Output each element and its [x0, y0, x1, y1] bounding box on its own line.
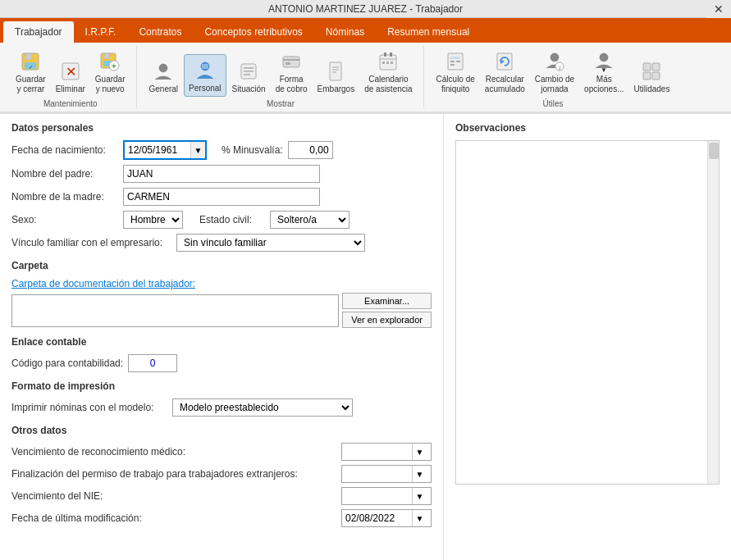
- situacion-button[interactable]: Situación: [228, 56, 270, 97]
- svg-rect-21: [330, 62, 341, 80]
- general-label: General: [149, 84, 179, 94]
- observaciones-scrollbar[interactable]: [707, 141, 719, 484]
- nie-row: Vencimiento del NIE: ▼: [11, 487, 432, 505]
- reconocimiento-medico-label: Vencimiento de reconocimiento médico:: [11, 446, 336, 458]
- tab-contratos[interactable]: Contratos: [127, 21, 193, 43]
- calendario-icon: [375, 48, 401, 75]
- svg-rect-28: [390, 52, 392, 57]
- fecha-nacimiento-dropdown[interactable]: ▼: [190, 142, 205, 158]
- guardar-nuevo-button[interactable]: + Guardary nuevo: [91, 46, 130, 97]
- fecha-nacimiento-row: Fecha de nacimiento: ▼ % Minusvalía:: [11, 140, 432, 160]
- cambio-jornada-button[interactable]: ↓ Cambio dejornada: [531, 46, 578, 97]
- fecha-nacimiento-label: Fecha de nacimiento:: [11, 144, 118, 156]
- utilidades-label: Utilidades: [633, 84, 669, 94]
- toolbar-group-mostrar: General Personal: [139, 46, 424, 108]
- mas-opciones-button[interactable]: ▼ Másopciones...: [580, 46, 628, 97]
- calculo-finiquito-icon: [442, 48, 468, 75]
- scroll-thumb[interactable]: [709, 143, 719, 159]
- contable-row: Código para contabilidad:: [11, 354, 432, 372]
- svg-text:+: +: [112, 61, 117, 71]
- tab-irpf[interactable]: I.R.P.F.: [74, 21, 128, 43]
- vinculo-label: Vínculo familiar con el empresario:: [11, 237, 171, 248]
- cambio-jornada-icon: ↓: [541, 48, 568, 75]
- right-panel: Observaciones: [444, 114, 731, 560]
- utiles-label: Útiles: [542, 99, 563, 108]
- svg-point-42: [600, 53, 608, 61]
- reconocimiento-medico-dropdown[interactable]: ▼: [412, 444, 427, 460]
- permiso-trabajo-label: Finalización del permiso de trabajo para…: [11, 468, 336, 480]
- permiso-trabajo-dropdown[interactable]: ▼: [412, 466, 427, 482]
- title-bar: ANTONIO MARTINEZ JUAREZ - Trabajador ✕: [0, 0, 731, 18]
- personal-button[interactable]: Personal: [184, 54, 226, 97]
- eliminar-button[interactable]: ✕ Eliminar: [52, 56, 89, 97]
- reconocimiento-medico-field[interactable]: ▼: [341, 443, 432, 461]
- toolbar-group-utiles: Cálculo definiquito Recalcularacumulado: [426, 46, 681, 108]
- toolbar-group-mantenimiento: ✓ Guardary cerrar ✕ Eliminar: [5, 46, 137, 108]
- tab-resumen[interactable]: Resumen mensual: [376, 21, 481, 43]
- content-area: Datos personales Fecha de nacimiento: ▼ …: [0, 114, 731, 560]
- contable-label: Código para contabilidad:: [11, 357, 123, 369]
- calculo-finiquito-label: Cálculo definiquito: [436, 75, 475, 94]
- nombre-padre-input[interactable]: [123, 165, 320, 183]
- svg-rect-36: [450, 64, 455, 66]
- calculo-finiquito-button[interactable]: Cálculo definiquito: [432, 46, 479, 97]
- reconocimiento-medico-input[interactable]: [342, 444, 412, 460]
- ultima-modificacion-label: Fecha de última modificación:: [11, 512, 336, 524]
- nombre-madre-label: Nombre de la madre:: [11, 191, 118, 203]
- nombre-madre-row: Nombre de la madre:: [11, 188, 432, 206]
- svg-text:▼: ▼: [601, 66, 607, 73]
- general-button[interactable]: General: [145, 56, 183, 97]
- formato-impresion-select[interactable]: Modelo preestablecido Modelo 1 Modelo 2: [172, 398, 353, 417]
- forma-cobro-button[interactable]: Formade cobro: [272, 46, 312, 97]
- tab-trabajador[interactable]: Trabajador: [3, 21, 74, 43]
- fecha-nacimiento-field[interactable]: ▼: [123, 140, 207, 160]
- svg-rect-13: [202, 64, 208, 69]
- embargos-button[interactable]: Embargos: [313, 56, 359, 97]
- vinculo-row: Vínculo familiar con el empresario: Sin …: [11, 234, 432, 252]
- carpeta-input-area[interactable]: [11, 294, 339, 327]
- embargos-label: Embargos: [318, 84, 355, 94]
- situacion-icon: [235, 58, 262, 84]
- vinculo-select[interactable]: Sin vínculo familiar Cónyuge Descendient…: [176, 234, 365, 252]
- nie-field[interactable]: ▼: [341, 487, 432, 505]
- guardar-cerrar-button[interactable]: ✓ Guardary cerrar: [11, 46, 50, 97]
- svg-rect-46: [643, 72, 651, 80]
- nie-dropdown[interactable]: ▼: [412, 488, 427, 504]
- personal-icon: [192, 57, 218, 84]
- ver-explorador-button[interactable]: Ver en explorador: [342, 312, 432, 328]
- ultima-modificacion-input[interactable]: [342, 510, 412, 526]
- minusvalia-input[interactable]: [288, 141, 333, 159]
- minusvalia-label: % Minusvalía:: [222, 144, 283, 156]
- embargos-icon: [322, 58, 349, 84]
- tab-conceptos[interactable]: Conceptos retributivos: [193, 21, 313, 43]
- sexo-select[interactable]: Hombre Mujer: [123, 211, 183, 229]
- estado-civil-select[interactable]: Soltero/a Casado/a Divorciado/a Viudo/a: [270, 211, 350, 229]
- nombre-madre-input[interactable]: [123, 188, 320, 206]
- mas-opciones-icon: ▼: [591, 48, 617, 75]
- recalcular-button[interactable]: Recalcularacumulado: [481, 46, 529, 97]
- close-button[interactable]: ✕: [706, 0, 731, 18]
- svg-point-11: [159, 64, 167, 72]
- examinar-button[interactable]: Examinar...: [342, 293, 432, 309]
- svg-rect-7: [104, 53, 110, 59]
- observaciones-content: [456, 141, 707, 484]
- svg-rect-18: [283, 57, 299, 67]
- calendario-button[interactable]: Calendariode asistencia: [360, 46, 416, 97]
- carpeta-label: Carpeta de documentación del trabajador:: [11, 278, 432, 289]
- utilidades-button[interactable]: Utilidades: [629, 56, 674, 97]
- permiso-trabajo-field[interactable]: ▼: [341, 465, 432, 483]
- permiso-trabajo-input[interactable]: [342, 466, 412, 482]
- estado-civil-label: Estado civil:: [199, 214, 265, 225]
- nombre-padre-row: Nombre del padre:: [11, 165, 432, 183]
- ultima-modificacion-dropdown[interactable]: ▼: [412, 510, 427, 526]
- contable-input[interactable]: [128, 354, 177, 372]
- fecha-nacimiento-input[interactable]: [125, 142, 190, 158]
- recalcular-icon: [491, 48, 518, 75]
- tab-bar: Trabajador I.R.P.F. Contratos Conceptos …: [0, 18, 731, 43]
- sexo-label: Sexo:: [11, 214, 118, 225]
- carpeta-section: Carpeta de documentación del trabajador:…: [11, 278, 432, 328]
- recalcular-label: Recalcularacumulado: [485, 75, 525, 94]
- tab-nominas[interactable]: Nóminas: [314, 21, 376, 43]
- nie-input[interactable]: [342, 488, 412, 504]
- ultima-modificacion-field[interactable]: ▼: [341, 509, 432, 527]
